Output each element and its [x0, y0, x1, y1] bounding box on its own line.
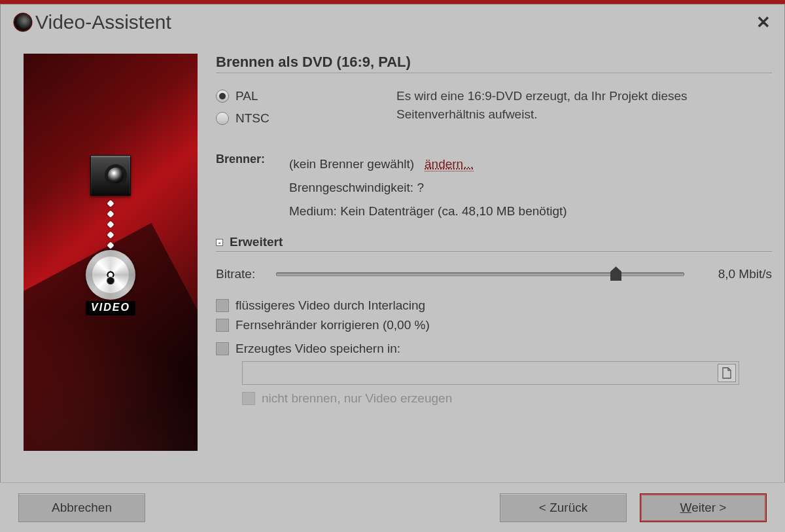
footer: Abbrechen < Zurück Weiter >	[0, 482, 785, 532]
burner-label: Brenner:	[216, 152, 279, 223]
checkbox-no-burn	[242, 392, 255, 405]
dvd-icon: VIDEO	[86, 250, 135, 315]
wizard-side-panel: VIDEO	[24, 54, 198, 451]
format-row: PAL NTSC Es wird eine 16:9-DVD erzeugt, …	[216, 87, 772, 128]
collapse-icon[interactable]: -	[216, 239, 223, 246]
burner-block: Brenner: (kein Brenner gewählt) ändern..…	[216, 152, 772, 223]
close-icon[interactable]: ✕	[752, 12, 775, 33]
back-button[interactable]: < Zurück	[500, 493, 627, 522]
burner-change-link[interactable]: ändern...	[425, 157, 474, 171]
burner-speed: Brenngeschwindigkeit: ?	[289, 176, 567, 200]
format-radios: PAL NTSC	[216, 87, 366, 128]
option-interlacing[interactable]: flüssigeres Video durch Interlacing	[216, 298, 772, 313]
content-area: VIDEO Brennen als DVD (16:9, PAL) PAL NT…	[0, 38, 785, 451]
video-assistant-window: Video-Assistent ✕ VIDEO Brennen als DVD …	[0, 0, 785, 532]
bitrate-label: Bitrate:	[216, 267, 267, 281]
save-path-field	[242, 361, 739, 385]
divider	[216, 251, 772, 253]
checkbox-tv-edges[interactable]	[216, 319, 229, 332]
radio-ntsc[interactable]: NTSC	[216, 109, 366, 128]
arrow-dots	[108, 201, 113, 248]
window-title: Video-Assistent	[35, 11, 752, 33]
burner-medium: Medium: Kein Datenträger (ca. 48,10 MB b…	[289, 200, 567, 223]
folder-icon	[722, 366, 732, 380]
cancel-button[interactable]: Abbrechen	[18, 493, 145, 522]
bitrate-slider-thumb[interactable]	[610, 266, 621, 281]
next-button-label: Weiter >	[680, 501, 727, 515]
bitrate-row: Bitrate: 8,0 Mbit/s	[216, 267, 772, 281]
radio-pal[interactable]: PAL	[216, 87, 366, 105]
option-no-burn-label: nicht brennen, nur Video erzeugen	[262, 391, 452, 406]
burner-none: (kein Brenner gewählt)	[289, 157, 414, 171]
divider	[216, 73, 772, 74]
burner-line-1: (kein Brenner gewählt) ändern...	[289, 152, 567, 176]
option-no-burn: nicht brennen, nur Video erzeugen	[242, 391, 772, 406]
advanced-title: Erweitert	[230, 235, 283, 249]
title-bar: Video-Assistent ✕	[0, 4, 785, 38]
browse-button[interactable]	[718, 364, 736, 382]
radio-pal-input[interactable]	[216, 90, 229, 103]
radio-pal-label: PAL	[236, 89, 258, 103]
format-info: Es wird eine 16:9-DVD erzeugt, da Ihr Pr…	[396, 87, 763, 128]
radio-ntsc-input[interactable]	[216, 112, 229, 125]
video-badge: VIDEO	[86, 301, 135, 315]
radio-ntsc-label: NTSC	[236, 111, 270, 126]
burner-details: (kein Brenner gewählt) ändern... Brennge…	[289, 152, 567, 223]
option-save-in[interactable]: Erzeugtes Video speichern in:	[216, 342, 772, 356]
advanced-header: - Erweitert	[216, 235, 772, 249]
bitrate-slider[interactable]	[276, 272, 684, 276]
checkbox-interlacing[interactable]	[216, 299, 229, 312]
checkbox-save-in[interactable]	[216, 342, 229, 355]
cancel-button-label: Abbrechen	[52, 501, 112, 515]
option-tv-edges[interactable]: Fernsehränder korrigieren (0,00 %)	[216, 318, 772, 332]
form-area: Brennen als DVD (16:9, PAL) PAL NTSC Es …	[216, 54, 776, 451]
camera-icon	[90, 155, 131, 196]
option-save-in-label: Erzeugtes Video speichern in:	[236, 342, 400, 356]
bitrate-value: 8,0 Mbit/s	[693, 267, 772, 281]
option-interlacing-label: flüssigeres Video durch Interlacing	[236, 298, 425, 313]
option-tv-edges-label: Fernsehränder korrigieren (0,00 %)	[236, 318, 430, 332]
section-title: Brennen als DVD (16:9, PAL)	[216, 54, 772, 71]
back-button-label: < Zurück	[539, 501, 587, 515]
app-icon	[14, 14, 31, 31]
next-button[interactable]: Weiter >	[640, 493, 767, 522]
